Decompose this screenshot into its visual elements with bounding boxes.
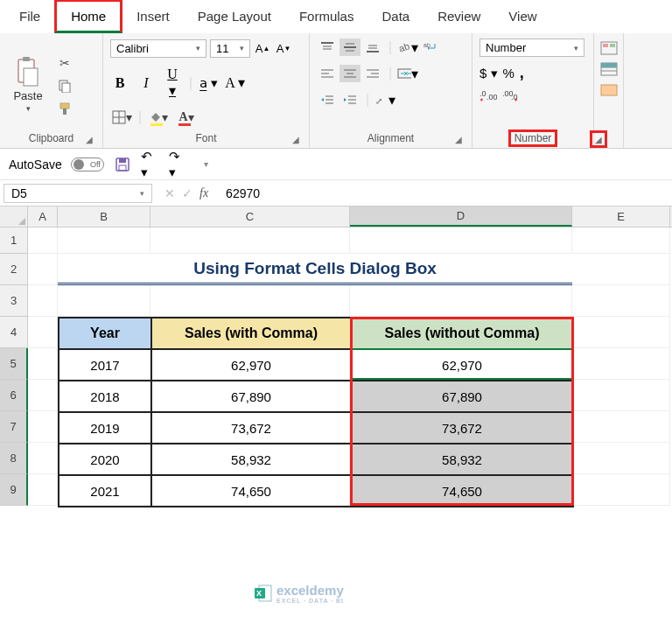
fill-color-icon[interactable]: ▾: [147, 108, 170, 127]
clipboard-icon: [13, 54, 43, 89]
copy-icon[interactable]: [56, 78, 74, 94]
tab-pagelayout[interactable]: Page Layout: [184, 2, 285, 31]
merge-center-icon[interactable]: ▾: [397, 65, 418, 82]
tab-review[interactable]: Review: [424, 2, 494, 31]
orientation-icon[interactable]: ab▾: [397, 38, 418, 56]
align-center-icon[interactable]: [340, 65, 360, 82]
group-alignment: | ab▾ ab | ▾ | ⤢▾ Alignment ◢: [310, 33, 472, 148]
formula-input[interactable]: 62970: [217, 185, 672, 202]
table-cell[interactable]: 67,890: [151, 381, 351, 412]
comma-format-icon[interactable]: ,: [520, 64, 524, 82]
svg-rect-52: [119, 165, 126, 171]
align-top-icon[interactable]: [317, 38, 338, 56]
row-header-6[interactable]: 6: [0, 380, 28, 411]
clipboard-launcher-icon[interactable]: ◢: [83, 133, 95, 145]
svg-text:.0: .0: [480, 89, 486, 98]
font-style-a-icon[interactable]: A ▾: [225, 74, 245, 91]
alignment-launcher-icon[interactable]: ◢: [452, 133, 465, 145]
bold-button[interactable]: B: [110, 75, 130, 91]
table-cell[interactable]: 2017: [59, 349, 151, 381]
table-cell[interactable]: 74,650: [351, 475, 573, 507]
number-format-combo[interactable]: Number▾: [480, 38, 584, 57]
col-header-B[interactable]: B: [58, 206, 150, 227]
svg-text:ab: ab: [424, 42, 430, 48]
align-middle-icon[interactable]: [340, 38, 360, 56]
table-cell[interactable]: 2018: [59, 381, 151, 412]
conditional-formatting-icon[interactable]: [599, 40, 619, 56]
save-icon[interactable]: [113, 155, 132, 174]
fx-icon[interactable]: fx: [200, 186, 208, 200]
row-header-3[interactable]: 3: [0, 285, 28, 317]
watermark: X exceldemy EXCEL · DATA · BI: [254, 583, 344, 604]
table-cell[interactable]: 2020: [59, 444, 151, 475]
decrease-font-icon[interactable]: A▼: [275, 38, 292, 58]
group-label-alignment: Alignment: [368, 132, 414, 144]
decrease-decimal-icon[interactable]: .00.0: [502, 89, 520, 102]
table-cell[interactable]: 2019: [59, 412, 151, 444]
cancel-edit-icon[interactable]: ✕: [164, 186, 175, 200]
decrease-indent-icon[interactable]: [317, 91, 338, 108]
row-header-8[interactable]: 8: [0, 443, 28, 474]
column-headers: A B C D E: [0, 206, 672, 228]
row-header-1[interactable]: 1: [0, 228, 28, 254]
format-table-icon[interactable]: [599, 61, 619, 77]
redo-icon[interactable]: ↷ ▾: [169, 155, 188, 174]
col-header-C[interactable]: C: [150, 206, 350, 227]
tab-formulas[interactable]: Formulas: [285, 2, 368, 31]
percent-format-icon[interactable]: %: [503, 66, 514, 80]
font-color-icon[interactable]: A▾: [175, 108, 198, 127]
font-name-combo[interactable]: Calibri▾: [110, 39, 206, 58]
align-right-icon[interactable]: [362, 65, 383, 82]
orientation-diag-icon[interactable]: ⤢▾: [374, 91, 396, 108]
tab-file[interactable]: File: [5, 2, 54, 31]
increase-font-icon[interactable]: A▲: [254, 38, 271, 58]
table-cell[interactable]: 2021: [59, 475, 151, 507]
col-header-D[interactable]: D: [350, 206, 572, 227]
tab-data[interactable]: Data: [368, 2, 424, 31]
select-all-corner[interactable]: [0, 206, 28, 227]
tab-view[interactable]: View: [494, 2, 550, 31]
table-cell[interactable]: 67,890: [351, 381, 573, 412]
col-header-A[interactable]: A: [28, 206, 58, 227]
undo-icon[interactable]: ↶ ▾: [141, 155, 160, 174]
qat-customize-icon[interactable]: ▾: [197, 155, 216, 174]
quick-access-toolbar: AutoSave Off ↶ ▾ ↷ ▾ ▾: [0, 149, 672, 180]
table-cell[interactable]: 62,970: [151, 349, 351, 381]
align-left-icon[interactable]: [317, 65, 338, 82]
font-size-combo[interactable]: 11▾: [210, 39, 250, 58]
confirm-edit-icon[interactable]: ✓: [182, 186, 192, 200]
tab-insert[interactable]: Insert: [122, 2, 184, 31]
borders-icon[interactable]: ▾: [110, 108, 133, 127]
col-header-E[interactable]: E: [572, 206, 670, 227]
svg-rect-44: [610, 44, 615, 47]
table-cell[interactable]: 73,672: [151, 412, 351, 444]
name-box[interactable]: D5▾: [4, 184, 152, 203]
tab-home[interactable]: Home: [54, 0, 122, 33]
underline-button[interactable]: U ▾: [163, 66, 182, 99]
format-painter-icon[interactable]: [56, 101, 74, 116]
paste-button[interactable]: Paste ▾: [5, 54, 51, 113]
increase-decimal-icon[interactable]: .0.00: [480, 89, 497, 102]
table-cell[interactable]: 58,932: [351, 444, 573, 475]
table-cell[interactable]: 58,932: [151, 444, 351, 475]
row-header-7[interactable]: 7: [0, 411, 28, 443]
row-header-4[interactable]: 4: [0, 317, 28, 348]
wrap-text-icon[interactable]: ab: [420, 38, 441, 56]
cell-grid[interactable]: Using Format Cells Dialog Box Year Sales…: [28, 228, 672, 506]
row-header-2[interactable]: 2: [0, 254, 28, 285]
autosave-toggle[interactable]: Off: [71, 158, 104, 172]
group-styles-fragment: [594, 33, 624, 148]
font-launcher-icon[interactable]: ◢: [290, 133, 302, 145]
row-header-5[interactable]: 5: [0, 348, 28, 380]
increase-indent-icon[interactable]: [340, 91, 360, 108]
table-cell[interactable]: 62,970: [351, 349, 573, 381]
row-header-9[interactable]: 9: [0, 474, 28, 506]
table-cell[interactable]: 73,672: [351, 412, 573, 444]
accounting-format-icon[interactable]: $ ▾: [480, 66, 498, 81]
table-cell[interactable]: 74,650: [151, 475, 351, 507]
cut-icon[interactable]: ✂: [56, 55, 74, 71]
cell-styles-icon[interactable]: [599, 82, 619, 98]
align-bottom-icon[interactable]: [362, 38, 383, 56]
italic-button[interactable]: I: [136, 75, 156, 91]
double-underline-icon[interactable]: a̲̲ ▾: [200, 75, 218, 91]
